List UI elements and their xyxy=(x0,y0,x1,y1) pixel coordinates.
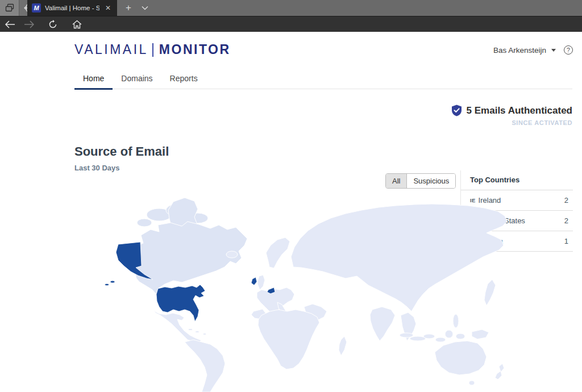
country-count: 1 xyxy=(564,237,568,245)
tab-title: Valimail | Home - SCCT xyxy=(45,5,99,11)
nav-tab-home[interactable]: Home xyxy=(74,70,113,90)
valimail-favicon: M xyxy=(32,3,41,12)
valimail-monitor-logo[interactable]: VALIMAIL MONITOR xyxy=(74,42,231,57)
since-activated-label: SINCE ACTIVATED xyxy=(451,119,572,126)
app-nav: Home Domains Reports xyxy=(74,70,572,89)
nav-tab-reports[interactable]: Reports xyxy=(161,70,206,89)
home-button[interactable] xyxy=(68,16,85,32)
back-icon xyxy=(5,20,15,28)
question-mark-icon: ? xyxy=(567,47,570,53)
caret-down-icon xyxy=(551,49,556,52)
logo-wordmark: VALIMAIL xyxy=(74,42,148,57)
auth-banner: 5 Emails Authenticated SINCE ACTIVATED xyxy=(451,105,572,126)
refresh-icon xyxy=(48,20,57,29)
tab-bar: M Valimail | Home - SCCT ✕ + xyxy=(0,0,582,16)
nav-tab-domains[interactable]: Domains xyxy=(113,70,161,89)
forward-button[interactable] xyxy=(20,16,38,32)
user-menu[interactable]: Bas Arkensteijn xyxy=(493,46,556,55)
new-tab-button[interactable]: + xyxy=(120,0,136,16)
emails-authenticated-count: 5 Emails Authenticated xyxy=(467,105,572,116)
forward-icon xyxy=(24,20,34,28)
browser-chrome: M Valimail | Home - SCCT ✕ + xyxy=(0,0,582,32)
tab-close-icon[interactable]: ✕ xyxy=(103,3,113,13)
map-filter-toggle: All Suspicious xyxy=(385,173,456,189)
user-name: Bas Arkensteijn xyxy=(493,46,546,55)
browser-toolbar: https://app.valimail.com/home xyxy=(0,16,582,32)
world-map-svg xyxy=(74,193,517,392)
page-subtitle: Last 30 Days xyxy=(74,164,120,172)
country-count: 2 xyxy=(564,216,568,225)
home-icon xyxy=(72,20,82,29)
shield-check-icon xyxy=(451,105,462,116)
logo-product: MONITOR xyxy=(159,42,231,57)
logo-divider xyxy=(152,43,153,57)
map-country-ireland[interactable] xyxy=(251,277,257,285)
chevron-down-icon xyxy=(142,6,148,10)
browser-tab[interactable]: M Valimail | Home - SCCT ✕ xyxy=(27,0,117,16)
country-count: 2 xyxy=(564,196,568,205)
filter-all-button[interactable]: All xyxy=(386,174,407,188)
tab-preview-button[interactable] xyxy=(0,0,19,16)
back-button[interactable] xyxy=(2,16,19,32)
tab-list-dropdown-button[interactable] xyxy=(138,0,152,16)
app-header: VALIMAIL MONITOR Bas Arkensteijn ? xyxy=(74,40,573,65)
help-button[interactable]: ? xyxy=(564,45,573,55)
page-title: Source of Email xyxy=(74,144,169,159)
valimail-app-page: VALIMAIL MONITOR Bas Arkensteijn ? Home … xyxy=(0,32,582,392)
top-countries-title: Top Countries xyxy=(461,170,573,190)
tab-preview-icon xyxy=(5,3,14,12)
refresh-button[interactable] xyxy=(44,16,61,32)
filter-suspicious-button[interactable]: Suspicious xyxy=(407,174,455,188)
world-map[interactable] xyxy=(74,193,517,392)
